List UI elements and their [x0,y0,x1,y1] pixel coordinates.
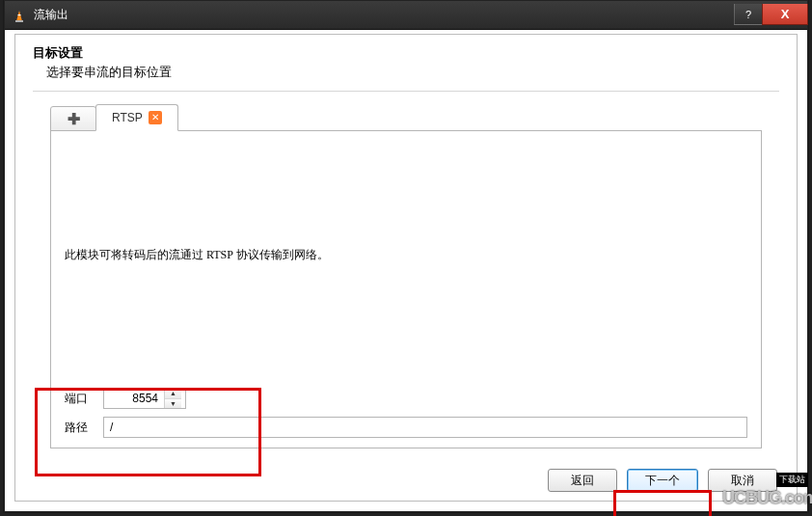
annotation-highlight-next [613,490,712,516]
close-button[interactable]: X [762,4,808,25]
help-button[interactable]: ? [734,4,763,25]
port-label: 端口 [65,391,103,407]
port-spinner[interactable]: ▲ ▼ [103,388,186,409]
tab-close-icon[interactable]: ✕ [149,111,162,124]
port-input[interactable] [104,392,164,405]
window-title: 流输出 [34,7,734,23]
section-title: 目标设置 [33,44,779,62]
svg-rect-2 [18,14,21,15]
svg-marker-0 [16,11,22,21]
tabs-container: ✚ RTSP ✕ 此模块可将转码后的流通过 RTSP 协议传输到网络。 端口 [33,103,779,448]
path-row: 路径 [65,417,747,438]
tab-rtsp[interactable]: RTSP ✕ [95,104,178,131]
dialog-window: 流输出 ? X 目标设置 选择要串流的目标位置 ✚ RTSP ✕ 此模块可将转码… [4,0,808,512]
plus-icon: ✚ [68,110,80,128]
path-label: 路径 [65,420,103,436]
svg-rect-1 [15,20,23,22]
titlebar-buttons: ? X [734,4,807,25]
module-description: 此模块可将转码后的流通过 RTSP 协议传输到网络。 [65,247,329,263]
spinner-buttons: ▲ ▼ [164,389,181,408]
app-icon [11,7,28,24]
tab-add[interactable]: ✚ [50,106,96,131]
path-input[interactable] [103,417,747,438]
section-header: 目标设置 选择要串流的目标位置 [33,44,779,81]
spinner-down-button[interactable]: ▼ [165,399,181,409]
titlebar: 流输出 ? X [5,1,807,30]
field-group: 端口 ▲ ▼ 路径 [65,380,747,438]
back-button[interactable]: 返回 [548,469,617,492]
port-row: 端口 ▲ ▼ [65,388,747,409]
next-button[interactable]: 下一个 [627,469,698,492]
divider [33,91,779,92]
section-subtitle: 选择要串流的目标位置 [46,64,779,81]
spinner-up-button[interactable]: ▲ [165,389,181,399]
watermark-en: UCBUG.com [722,488,812,508]
content-panel: 目标设置 选择要串流的目标位置 ✚ RTSP ✕ 此模块可将转码后的流通过 RT… [14,34,798,502]
tab-panel: 此模块可将转码后的流通过 RTSP 协议传输到网络。 端口 ▲ ▼ [50,130,762,448]
tab-rtsp-label: RTSP [112,111,143,124]
tab-strip: ✚ RTSP ✕ [50,103,779,130]
watermark-cn: 下载站 [776,473,808,487]
